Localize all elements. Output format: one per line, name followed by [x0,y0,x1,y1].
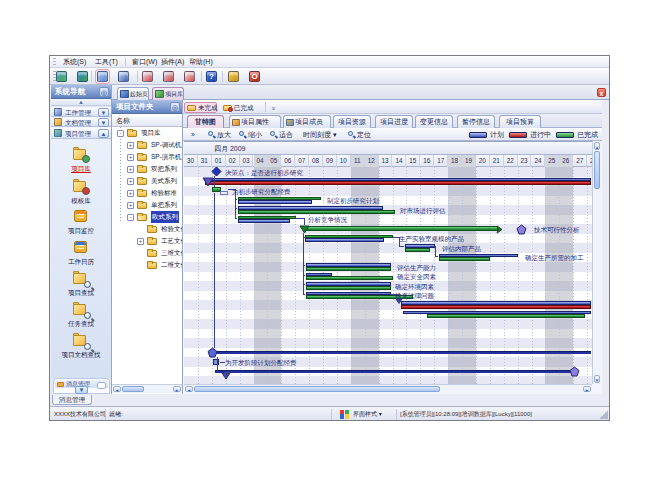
expand-icon[interactable]: + [127,202,134,209]
monitor-new-icon[interactable] [55,70,68,83]
sidebar-section-工作管理[interactable]: 工作管理▼ [51,107,111,117]
gantt-tab-暂停信息[interactable]: 暂停信息 [457,115,495,128]
scroll-thumb[interactable] [194,386,440,392]
scroll-up-button[interactable]: ▴ [594,142,600,150]
gantt-tab-项目进度[interactable]: 项目进度 [375,115,413,128]
lock-icon[interactable] [227,70,240,83]
chevron-down-icon[interactable]: ▼ [98,108,109,117]
expand-icon[interactable]: + [127,154,134,161]
gantt-bar-done[interactable] [306,286,391,290]
scroll-right-button[interactable]: ▸ [583,386,591,392]
gantt-bar-pale[interactable] [220,191,228,195]
tree-item-双把系列[interactable]: +双把系列 [112,163,182,175]
tool-定位-button[interactable]: 定位 [348,129,374,140]
sidebar-item-项目库[interactable]: 项目库 [51,147,111,175]
gantt-tab-甘特图[interactable]: 甘特图 [187,115,224,128]
help-icon[interactable]: ? [205,70,218,83]
scroll-left-button[interactable]: ◂ [113,386,121,392]
window-refresh-red-icon[interactable] [162,70,175,83]
gantt-bar-active[interactable] [401,305,591,309]
collapse-icon[interactable]: - [117,130,124,137]
scroll-right-button[interactable]: ▸ [173,386,181,392]
tool-放大-button[interactable]: 放大 [208,129,234,140]
gantt-horizontal-scrollbar[interactable]: ◂ ▸ [184,384,592,393]
menu-item-2[interactable]: 工具(T) [95,56,118,68]
sidebar-section-文档管理[interactable]: 文档管理▼ [51,117,111,127]
gantt-bar-done[interactable] [427,314,585,318]
expand-icon[interactable]: + [127,190,134,197]
sidebar-scroll-down-button[interactable]: ▼ [75,386,88,394]
gantt-vertical-scrollbar[interactable]: ▴ ▾ [592,141,601,384]
tree-item-SP-调试机系列[interactable]: +SP-调试机系列 [112,139,182,151]
menu-item-4[interactable]: 插件(A) [161,56,184,68]
sidebar-item-项目查找[interactable]: 项目查找 [51,271,111,299]
scroll-left-button[interactable]: ◂ [185,386,193,392]
tree-item-工艺文件[interactable]: +工艺文件 [112,235,182,247]
tree-item-二维文件[interactable]: 二维文件 [112,259,182,271]
filter-已完成-button[interactable]: 已完成 [220,102,253,113]
gantt-tab-项目资源[interactable]: 项目资源 [333,115,371,128]
resize-grip[interactable] [599,410,608,419]
gantt-bar-plan[interactable] [305,238,384,242]
tool-overflow-button[interactable]: » [191,129,201,140]
tree-item-检验文件[interactable]: 检验文件 [112,223,182,235]
menu-drag-handle[interactable] [53,58,56,65]
sidebar-item-模板库[interactable]: 模板库 [51,179,111,207]
collapse-icon[interactable]: - [127,214,134,221]
pin-icon[interactable]: ◎ [170,102,180,112]
window-icon[interactable] [96,70,109,83]
filter-未完成-button[interactable]: 未完成 [184,102,217,113]
gantt-bar-done[interactable] [439,257,490,261]
sidebar-section-项目管理[interactable]: 项目管理▲ [51,127,111,139]
gantt-bar-active[interactable] [205,181,591,185]
tree-item-三维文件[interactable]: 三维文件 [112,247,182,259]
tree-item-单把系列[interactable]: +单把系列 [112,199,182,211]
expand-icon[interactable]: + [127,142,134,149]
chevron-down-icon[interactable]: ▼ [98,118,109,127]
sidebar-scroll-up-button[interactable]: ▲ [51,99,111,106]
expand-icon[interactable]: + [137,238,144,245]
gantt-bar-plan[interactable] [238,219,290,223]
tool-适合-button[interactable]: 适合 [270,129,296,140]
tool-缩小-button[interactable]: 缩小 [239,129,265,140]
sidebar-item-任务查找[interactable]: 任务查找 [51,302,111,330]
gantt-tab-变更信息[interactable]: 变更信息 [415,115,453,128]
scroll-thumb[interactable] [122,386,144,392]
window-grid-red-icon[interactable] [183,70,196,83]
close-tab-button[interactable]: x [597,88,606,97]
window-close-red-icon[interactable] [141,70,154,83]
tree-item-欧式系列[interactable]: -欧式系列 [112,211,182,223]
gantt-tab-项目成员[interactable]: 项目成员 [283,115,331,128]
tree-column-header[interactable]: 名称 [112,114,182,127]
gantt-bar-done[interactable] [405,248,430,252]
tree-horizontal-scrollbar[interactable]: ◂ ▸ [112,384,182,393]
gantt-bar-done[interactable] [238,210,395,214]
tab-project-library[interactable]: 项目库 [152,87,184,100]
window-cascade-icon[interactable] [117,70,130,83]
filter-overflow-button[interactable]: » [268,107,279,111]
gantt-tab-项目属性[interactable]: 项目属性 [229,115,281,128]
interface-style-button[interactable]: 界面样式 ▾ [350,409,394,420]
sidebar-item-项目监控[interactable]: 项目监控 [51,209,111,237]
sidebar-item-项目文档查找[interactable]: 项目文档查找 [51,333,111,361]
gantt-bar-done[interactable] [306,267,391,271]
tree-item-项目库[interactable]: -项目库 [112,127,182,139]
scroll-thumb[interactable] [594,151,600,189]
gantt-bar-plan[interactable] [238,200,312,204]
expand-icon[interactable]: + [127,166,134,173]
tree-item-检验标准[interactable]: +检验标准 [112,187,182,199]
expand-icon[interactable]: + [127,178,134,185]
power-icon[interactable]: O [248,70,261,83]
tool-时间刻度 ▾-button[interactable]: 时间刻度 ▾ [303,129,343,140]
sidebar-item-工作日历[interactable]: 工作日历 [51,240,111,268]
tree-item-SP-演示机系列[interactable]: +SP-演示机系列 [112,151,182,163]
message-management-tab[interactable]: 消息管理 [52,395,92,405]
globe-icon[interactable] [76,70,89,83]
tree-item-美式系列[interactable]: +美式系列 [112,175,182,187]
scroll-down-button[interactable]: ▾ [594,375,600,383]
menu-item-1[interactable]: 系统(S) [63,56,86,68]
section-expand-button[interactable] [97,382,106,389]
tab-start-page[interactable]: 起始页 [117,87,149,100]
menu-item-5[interactable]: 帮助(H) [189,56,213,68]
gantt-bar-done[interactable] [304,226,498,231]
